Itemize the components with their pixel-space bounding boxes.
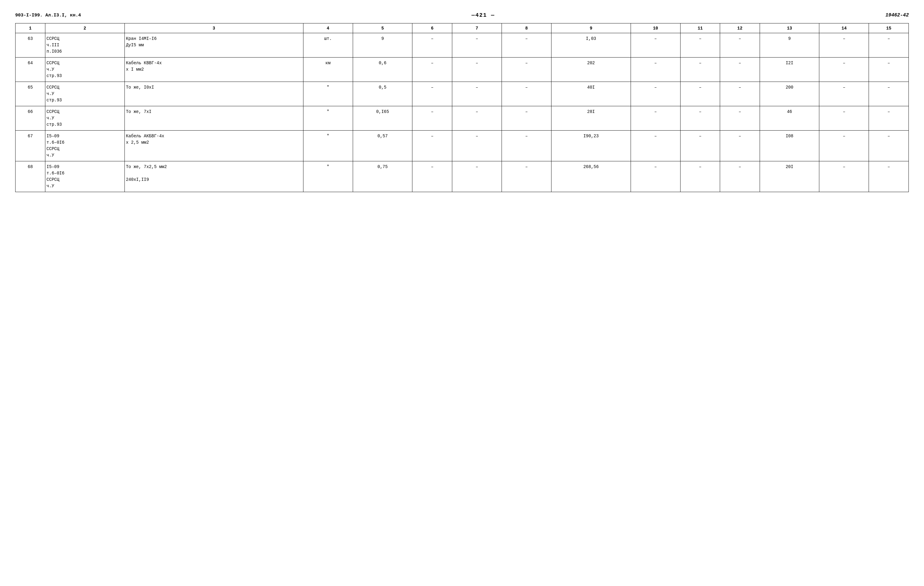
cell-row6-col14: – [819, 161, 869, 192]
cell-row4-col3: То же, 7хI [124, 106, 303, 130]
cell-row6-col9: 268,56 [551, 161, 630, 192]
cell-row5-col14: – [819, 130, 869, 161]
col-header-7: 7 [452, 23, 502, 33]
cell-row5-col8: – [502, 130, 551, 161]
cell-row6-col3: То же, 7х2,5 мм2 240хI,II9 [124, 161, 303, 192]
col-header-8: 8 [502, 23, 551, 33]
cell-row2-col12: – [720, 58, 760, 82]
col-header-3: 3 [124, 23, 303, 33]
cell-row5-col2: I5–09 т.6–0I6 ССРСЦ ч.У [45, 130, 124, 161]
cell-row1-col7: – [452, 33, 502, 58]
cell-row3-col8: – [502, 82, 551, 106]
cell-row1-col8: – [502, 33, 551, 58]
main-table: 1 2 3 4 5 6 7 8 9 10 11 12 13 14 15 63СС… [15, 23, 909, 192]
cell-row4-col7: – [452, 106, 502, 130]
cell-row1-col9: I,03 [551, 33, 630, 58]
cell-row3-col4: " [303, 82, 353, 106]
table-header-row: 1 2 3 4 5 6 7 8 9 10 11 12 13 14 15 [15, 23, 909, 33]
cell-row6-col1: 68 [15, 161, 45, 192]
cell-row4-col11: – [680, 106, 720, 130]
cell-row5-col10: – [630, 130, 680, 161]
col-header-10: 10 [630, 23, 680, 33]
cell-row5-col1: 67 [15, 130, 45, 161]
cell-row3-col6: – [412, 82, 452, 106]
cell-row5-col5: 0,57 [353, 130, 412, 161]
cell-row3-col11: – [680, 82, 720, 106]
col-header-4: 4 [303, 23, 353, 33]
cell-row6-col6: – [412, 161, 452, 192]
table-row: 68I5–09 т.6–0I6 ССРСЦ ч.УТо же, 7х2,5 мм… [15, 161, 909, 192]
cell-row6-col10: – [630, 161, 680, 192]
col-header-2: 2 [45, 23, 124, 33]
col-header-1: 1 [15, 23, 45, 33]
cell-row3-col12: – [720, 82, 760, 106]
cell-row3-col1: 65 [15, 82, 45, 106]
cell-row3-col14: – [819, 82, 869, 106]
col-header-11: 11 [680, 23, 720, 33]
col-header-14: 14 [819, 23, 869, 33]
cell-row1-col2: ССРСЦ ч.III п.I036 [45, 33, 124, 58]
table-row: 66ССРСЦ ч.У стр.93То же, 7хI"0,I65–––28I… [15, 106, 909, 130]
cell-row6-col7: – [452, 161, 502, 192]
col-header-9: 9 [551, 23, 630, 33]
cell-row3-col9: 40I [551, 82, 630, 106]
cell-row5-col11: – [680, 130, 720, 161]
cell-row2-col15: – [869, 58, 909, 82]
cell-row1-col13: 9 [760, 33, 819, 58]
cell-row6-col2: I5–09 т.6–0I6 ССРСЦ ч.У [45, 161, 124, 192]
cell-row1-col4: шт. [303, 33, 353, 58]
cell-row6-col4: " [303, 161, 353, 192]
cell-row4-col4: " [303, 106, 353, 130]
cell-row2-col3: Кабель КВВГ-4х х I мм2 [124, 58, 303, 82]
cell-row3-col7: – [452, 82, 502, 106]
cell-row1-col12: – [720, 33, 760, 58]
header-right: 19462-42 [885, 13, 909, 18]
cell-row5-col7: – [452, 130, 502, 161]
cell-row4-col6: – [412, 106, 452, 130]
cell-row2-col4: км [303, 58, 353, 82]
cell-row2-col7: – [452, 58, 502, 82]
cell-row2-col13: I2I [760, 58, 819, 82]
cell-row4-col1: 66 [15, 106, 45, 130]
cell-row1-col6: – [412, 33, 452, 58]
cell-row4-col8: – [502, 106, 551, 130]
cell-row4-col12: – [720, 106, 760, 130]
cell-row1-col5: 9 [353, 33, 412, 58]
cell-row5-col3: Кабель АКБВГ-4х х 2,5 мм2 [124, 130, 303, 161]
cell-row4-col13: 46 [760, 106, 819, 130]
cell-row4-col5: 0,I65 [353, 106, 412, 130]
cell-row2-col9: 202 [551, 58, 630, 82]
cell-row6-col13: 20I [760, 161, 819, 192]
cell-row5-col9: I90,23 [551, 130, 630, 161]
cell-row3-col15: – [869, 82, 909, 106]
col-header-15: 15 [869, 23, 909, 33]
cell-row4-col14: – [819, 106, 869, 130]
cell-row3-col2: ССРСЦ ч.У стр.93 [45, 82, 124, 106]
cell-row6-col5: 0,75 [353, 161, 412, 192]
table-row: 63ССРСЦ ч.III п.I036Кран I4МI–I6 ДуI5 мм… [15, 33, 909, 58]
cell-row2-col14: – [819, 58, 869, 82]
cell-row3-col10: – [630, 82, 680, 106]
cell-row2-col2: ССРСЦ ч.У стр.93 [45, 58, 124, 82]
cell-row3-col13: 200 [760, 82, 819, 106]
cell-row2-col8: – [502, 58, 551, 82]
col-header-5: 5 [353, 23, 412, 33]
cell-row1-col10: – [630, 33, 680, 58]
header-center: —421 — [472, 12, 495, 18]
cell-row2-col6: – [412, 58, 452, 82]
table-row: 67I5–09 т.6–0I6 ССРСЦ ч.УКабель АКБВГ-4х… [15, 130, 909, 161]
cell-row1-col15: – [869, 33, 909, 58]
cell-row1-col14: – [819, 33, 869, 58]
col-header-6: 6 [412, 23, 452, 33]
cell-row2-col11: – [680, 58, 720, 82]
cell-row2-col1: 64 [15, 58, 45, 82]
table-row: 64ССРСЦ ч.У стр.93Кабель КВВГ-4х х I мм2… [15, 58, 909, 82]
col-header-13: 13 [760, 23, 819, 33]
cell-row2-col10: – [630, 58, 680, 82]
cell-row5-col12: – [720, 130, 760, 161]
page-header: 903-I-I99. Ал.I3.I, кн.4 —421 — 19462-42 [15, 12, 909, 18]
cell-row5-col13: I08 [760, 130, 819, 161]
cell-row2-col5: 0,6 [353, 58, 412, 82]
cell-row4-col15: – [869, 106, 909, 130]
cell-row1-col3: Кран I4МI–I6 ДуI5 мм [124, 33, 303, 58]
